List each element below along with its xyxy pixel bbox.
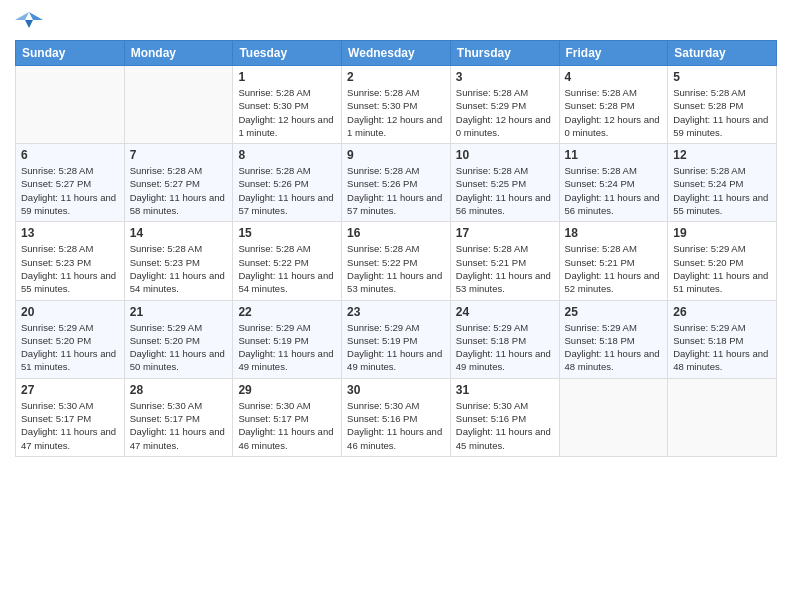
day-info: Sunrise: 5:29 AMSunset: 5:20 PMDaylight:…: [130, 321, 228, 374]
day-info: Sunrise: 5:30 AMSunset: 5:17 PMDaylight:…: [21, 399, 119, 452]
day-number: 17: [456, 226, 554, 240]
day-info: Sunrise: 5:30 AMSunset: 5:16 PMDaylight:…: [347, 399, 445, 452]
calendar-cell: 19Sunrise: 5:29 AMSunset: 5:20 PMDayligh…: [668, 222, 777, 300]
calendar-cell: 20Sunrise: 5:29 AMSunset: 5:20 PMDayligh…: [16, 300, 125, 378]
day-number: 3: [456, 70, 554, 84]
calendar-cell: 30Sunrise: 5:30 AMSunset: 5:16 PMDayligh…: [342, 378, 451, 456]
calendar-cell: 29Sunrise: 5:30 AMSunset: 5:17 PMDayligh…: [233, 378, 342, 456]
day-info: Sunrise: 5:28 AMSunset: 5:24 PMDaylight:…: [565, 164, 663, 217]
calendar-cell: 2Sunrise: 5:28 AMSunset: 5:30 PMDaylight…: [342, 66, 451, 144]
weekday-header-sunday: Sunday: [16, 41, 125, 66]
calendar-cell: 21Sunrise: 5:29 AMSunset: 5:20 PMDayligh…: [124, 300, 233, 378]
weekday-header-friday: Friday: [559, 41, 668, 66]
calendar-cell: 10Sunrise: 5:28 AMSunset: 5:25 PMDayligh…: [450, 144, 559, 222]
calendar-cell: 23Sunrise: 5:29 AMSunset: 5:19 PMDayligh…: [342, 300, 451, 378]
calendar-cell: 18Sunrise: 5:28 AMSunset: 5:21 PMDayligh…: [559, 222, 668, 300]
calendar-cell: 6Sunrise: 5:28 AMSunset: 5:27 PMDaylight…: [16, 144, 125, 222]
day-number: 20: [21, 305, 119, 319]
day-info: Sunrise: 5:30 AMSunset: 5:16 PMDaylight:…: [456, 399, 554, 452]
day-number: 29: [238, 383, 336, 397]
day-number: 14: [130, 226, 228, 240]
calendar-cell: 17Sunrise: 5:28 AMSunset: 5:21 PMDayligh…: [450, 222, 559, 300]
day-info: Sunrise: 5:28 AMSunset: 5:27 PMDaylight:…: [130, 164, 228, 217]
day-info: Sunrise: 5:30 AMSunset: 5:17 PMDaylight:…: [130, 399, 228, 452]
day-info: Sunrise: 5:29 AMSunset: 5:18 PMDaylight:…: [565, 321, 663, 374]
calendar-cell: 24Sunrise: 5:29 AMSunset: 5:18 PMDayligh…: [450, 300, 559, 378]
day-number: 9: [347, 148, 445, 162]
day-info: Sunrise: 5:29 AMSunset: 5:19 PMDaylight:…: [347, 321, 445, 374]
calendar-cell: 26Sunrise: 5:29 AMSunset: 5:18 PMDayligh…: [668, 300, 777, 378]
day-number: 25: [565, 305, 663, 319]
calendar-cell: 13Sunrise: 5:28 AMSunset: 5:23 PMDayligh…: [16, 222, 125, 300]
calendar-cell: 27Sunrise: 5:30 AMSunset: 5:17 PMDayligh…: [16, 378, 125, 456]
weekday-header-thursday: Thursday: [450, 41, 559, 66]
calendar-cell: 31Sunrise: 5:30 AMSunset: 5:16 PMDayligh…: [450, 378, 559, 456]
day-info: Sunrise: 5:28 AMSunset: 5:22 PMDaylight:…: [238, 242, 336, 295]
calendar-cell: 11Sunrise: 5:28 AMSunset: 5:24 PMDayligh…: [559, 144, 668, 222]
day-number: 11: [565, 148, 663, 162]
day-info: Sunrise: 5:28 AMSunset: 5:23 PMDaylight:…: [130, 242, 228, 295]
calendar-cell: 22Sunrise: 5:29 AMSunset: 5:19 PMDayligh…: [233, 300, 342, 378]
weekday-header-saturday: Saturday: [668, 41, 777, 66]
weekday-header-wednesday: Wednesday: [342, 41, 451, 66]
day-info: Sunrise: 5:29 AMSunset: 5:20 PMDaylight:…: [673, 242, 771, 295]
calendar-cell: 9Sunrise: 5:28 AMSunset: 5:26 PMDaylight…: [342, 144, 451, 222]
day-number: 31: [456, 383, 554, 397]
svg-marker-1: [15, 12, 29, 20]
day-info: Sunrise: 5:28 AMSunset: 5:26 PMDaylight:…: [347, 164, 445, 217]
day-info: Sunrise: 5:28 AMSunset: 5:25 PMDaylight:…: [456, 164, 554, 217]
day-info: Sunrise: 5:28 AMSunset: 5:23 PMDaylight:…: [21, 242, 119, 295]
calendar-cell: [668, 378, 777, 456]
day-info: Sunrise: 5:29 AMSunset: 5:18 PMDaylight:…: [673, 321, 771, 374]
calendar-cell: 25Sunrise: 5:29 AMSunset: 5:18 PMDayligh…: [559, 300, 668, 378]
calendar-cell: [559, 378, 668, 456]
calendar-cell: [16, 66, 125, 144]
day-number: 28: [130, 383, 228, 397]
svg-marker-2: [25, 20, 33, 28]
day-number: 6: [21, 148, 119, 162]
svg-marker-0: [29, 12, 43, 20]
day-info: Sunrise: 5:28 AMSunset: 5:29 PMDaylight:…: [456, 86, 554, 139]
weekday-header-tuesday: Tuesday: [233, 41, 342, 66]
day-info: Sunrise: 5:28 AMSunset: 5:21 PMDaylight:…: [456, 242, 554, 295]
day-number: 7: [130, 148, 228, 162]
day-number: 26: [673, 305, 771, 319]
day-number: 2: [347, 70, 445, 84]
day-number: 23: [347, 305, 445, 319]
day-info: Sunrise: 5:29 AMSunset: 5:20 PMDaylight:…: [21, 321, 119, 374]
day-number: 19: [673, 226, 771, 240]
day-number: 27: [21, 383, 119, 397]
day-number: 30: [347, 383, 445, 397]
calendar-cell: 4Sunrise: 5:28 AMSunset: 5:28 PMDaylight…: [559, 66, 668, 144]
day-number: 15: [238, 226, 336, 240]
calendar-cell: 14Sunrise: 5:28 AMSunset: 5:23 PMDayligh…: [124, 222, 233, 300]
calendar-cell: 15Sunrise: 5:28 AMSunset: 5:22 PMDayligh…: [233, 222, 342, 300]
calendar-cell: 16Sunrise: 5:28 AMSunset: 5:22 PMDayligh…: [342, 222, 451, 300]
day-info: Sunrise: 5:28 AMSunset: 5:28 PMDaylight:…: [673, 86, 771, 139]
weekday-header-monday: Monday: [124, 41, 233, 66]
day-info: Sunrise: 5:28 AMSunset: 5:30 PMDaylight:…: [347, 86, 445, 139]
day-info: Sunrise: 5:28 AMSunset: 5:21 PMDaylight:…: [565, 242, 663, 295]
calendar-cell: 12Sunrise: 5:28 AMSunset: 5:24 PMDayligh…: [668, 144, 777, 222]
calendar-cell: 28Sunrise: 5:30 AMSunset: 5:17 PMDayligh…: [124, 378, 233, 456]
day-info: Sunrise: 5:28 AMSunset: 5:24 PMDaylight:…: [673, 164, 771, 217]
day-number: 16: [347, 226, 445, 240]
calendar: SundayMondayTuesdayWednesdayThursdayFrid…: [15, 40, 777, 457]
logo: [15, 10, 47, 32]
calendar-cell: 1Sunrise: 5:28 AMSunset: 5:30 PMDaylight…: [233, 66, 342, 144]
day-number: 21: [130, 305, 228, 319]
day-info: Sunrise: 5:30 AMSunset: 5:17 PMDaylight:…: [238, 399, 336, 452]
day-info: Sunrise: 5:28 AMSunset: 5:30 PMDaylight:…: [238, 86, 336, 139]
day-info: Sunrise: 5:29 AMSunset: 5:19 PMDaylight:…: [238, 321, 336, 374]
day-number: 1: [238, 70, 336, 84]
day-info: Sunrise: 5:28 AMSunset: 5:26 PMDaylight:…: [238, 164, 336, 217]
day-number: 10: [456, 148, 554, 162]
calendar-cell: [124, 66, 233, 144]
day-number: 24: [456, 305, 554, 319]
calendar-cell: 8Sunrise: 5:28 AMSunset: 5:26 PMDaylight…: [233, 144, 342, 222]
day-info: Sunrise: 5:28 AMSunset: 5:22 PMDaylight:…: [347, 242, 445, 295]
day-number: 13: [21, 226, 119, 240]
day-info: Sunrise: 5:28 AMSunset: 5:28 PMDaylight:…: [565, 86, 663, 139]
day-number: 12: [673, 148, 771, 162]
day-number: 5: [673, 70, 771, 84]
